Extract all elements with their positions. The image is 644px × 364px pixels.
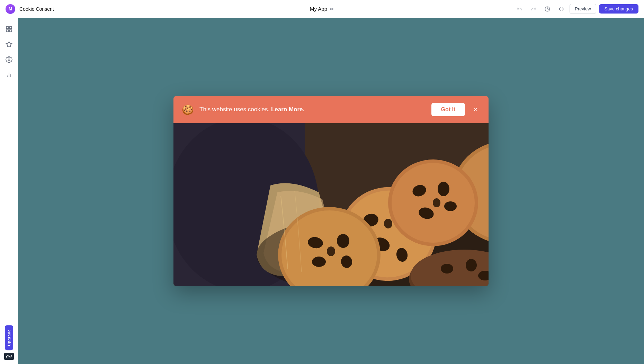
upgrade-button[interactable]: Upgrade (5, 325, 13, 350)
sidebar-bottom-logo (4, 353, 14, 360)
svg-point-35 (327, 246, 335, 256)
svg-point-5 (8, 59, 10, 61)
cookie-banner: 🍪 This website uses cookies. Learn More.… (173, 96, 489, 123)
sidebar-item-analytics[interactable] (2, 68, 16, 82)
cookie-image (173, 123, 489, 286)
svg-point-21 (384, 219, 392, 228)
sidebar-item-settings[interactable] (2, 53, 16, 67)
sidebar-bottom: Upgrade (4, 325, 14, 360)
topbar-actions: Preview Save changes (514, 3, 638, 15)
svg-rect-2 (9, 27, 11, 29)
save-button[interactable]: Save changes (599, 4, 638, 14)
cookie-banner-icon: 🍪 (182, 104, 194, 115)
got-it-button[interactable]: Got It (431, 103, 465, 116)
code-button[interactable] (556, 3, 567, 15)
topbar: M Cookie Consent My App ✏ Preview Save c… (0, 0, 644, 18)
preview-button[interactable]: Preview (570, 4, 596, 14)
edit-icon[interactable]: ✏ (330, 6, 334, 12)
history-button[interactable] (542, 3, 553, 15)
redo-button[interactable] (528, 3, 539, 15)
svg-point-47 (433, 198, 440, 207)
main-layout: Upgrade 🍪 This website uses cookies. Lea… (0, 18, 644, 364)
app-title: Cookie Consent (19, 6, 54, 12)
canvas-area: 🍪 This website uses cookies. Learn More.… (18, 18, 644, 364)
app-logo: M (6, 4, 15, 14)
sidebar-item-pin[interactable] (2, 37, 16, 51)
svg-point-32 (337, 234, 349, 248)
cookie-banner-text: This website uses cookies. Learn More. (199, 106, 426, 113)
sidebar: Upgrade (0, 18, 18, 364)
cookie-illustration (173, 123, 489, 286)
svg-point-33 (312, 257, 326, 267)
svg-rect-4 (9, 30, 11, 32)
sidebar-item-grid[interactable] (2, 22, 16, 36)
svg-point-38 (441, 264, 453, 274)
svg-rect-3 (6, 30, 8, 32)
svg-point-39 (466, 259, 477, 271)
widget-container: 🍪 This website uses cookies. Learn More.… (173, 96, 489, 286)
cookie-close-button[interactable]: × (471, 105, 480, 114)
page-name: My App (310, 6, 327, 12)
undo-button[interactable] (514, 3, 525, 15)
svg-point-44 (438, 182, 449, 196)
svg-point-45 (444, 201, 457, 211)
svg-rect-1 (6, 27, 8, 29)
topbar-center: My App ✏ (310, 6, 334, 12)
